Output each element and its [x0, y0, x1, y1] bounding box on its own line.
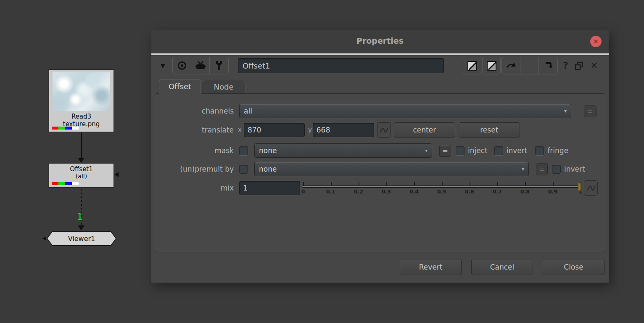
mask-enable-checkbox[interactable]: [239, 146, 248, 155]
undo-redo-group: [501, 57, 558, 74]
window-close-button[interactable]: ✕: [590, 36, 602, 47]
mask-dropdown[interactable]: none ▾: [254, 143, 432, 158]
tick-label: 0.5: [437, 188, 446, 195]
chevron-down-icon: ▾: [522, 166, 524, 172]
revert-button[interactable]: Revert: [400, 259, 462, 275]
offset1-name: Offset1: [49, 165, 113, 173]
viewer1-input-arrow-icon: [42, 236, 46, 241]
mix-slider[interactable]: 0 0.1 0.2 0.3 0.4 0.5 0.6 0.7 0.8 0.9 1: [303, 181, 581, 195]
mask-value: none: [259, 146, 277, 155]
translate-x-input[interactable]: [244, 123, 305, 137]
read3-channel-strip: [52, 127, 79, 130]
wrench-icon: [214, 60, 224, 71]
redo-button[interactable]: [539, 57, 557, 74]
node-offset1[interactable]: Offset1 (all): [48, 163, 114, 188]
chevron-down-icon: ▾: [425, 148, 428, 154]
mask-label: mask: [155, 146, 234, 155]
offset1-mask-input-arrow-icon[interactable]: [114, 172, 119, 177]
properties-panel: Properties ✕ ▼: [151, 30, 609, 283]
undo-arrow-icon: [506, 61, 517, 70]
translate-y-input[interactable]: [313, 123, 374, 137]
mask-invert-label: invert: [507, 146, 528, 155]
offset1-channel-strip: [52, 182, 79, 185]
channel-red-swatch: [52, 182, 58, 185]
premult-value: none: [259, 165, 277, 173]
center-view-button[interactable]: [173, 57, 191, 74]
node-menu-button[interactable]: ▼: [157, 62, 172, 69]
titlebar-separator: [151, 53, 609, 56]
dropdown-triangle-icon: ▼: [161, 62, 165, 69]
tick-label: 0.8: [520, 188, 530, 195]
equals-icon: =: [442, 147, 448, 155]
undo-button[interactable]: [502, 57, 520, 74]
center-button[interactable]: center: [394, 122, 455, 138]
slider-handle[interactable]: [578, 183, 581, 191]
channel-red-swatch: [52, 127, 58, 130]
target-circle-icon: [178, 61, 186, 70]
equals-icon: =: [539, 165, 544, 173]
float-panel-button[interactable]: [575, 61, 583, 70]
chevron-down-icon: ▾: [564, 108, 567, 114]
connection-read3-offset1: [81, 132, 82, 159]
channel-mask-button-1[interactable]: [463, 57, 481, 74]
mask-equals-button[interactable]: =: [439, 145, 451, 157]
translate-label: translate: [155, 126, 234, 134]
premult-invert-checkbox[interactable]: [552, 165, 561, 174]
viewer1-body: Viewer1: [48, 232, 116, 245]
x-close-icon: ✕: [590, 61, 598, 71]
tab-offset[interactable]: Offset: [159, 79, 201, 94]
premult-enable-checkbox[interactable]: [239, 165, 248, 174]
restore-window-icon: [575, 62, 582, 69]
inject-label: inject: [468, 146, 488, 155]
connection-arrowhead-icon: [78, 158, 84, 163]
node-name-input[interactable]: [238, 58, 444, 73]
channels-row: channels all ▾ =: [155, 104, 605, 118]
equals-icon: =: [587, 107, 593, 115]
tick-label: 0.2: [354, 188, 363, 195]
reset-button[interactable]: reset: [459, 122, 520, 138]
mix-input[interactable]: [239, 181, 300, 195]
close-button[interactable]: Close: [543, 259, 604, 275]
translate-animation-button[interactable]: [377, 122, 391, 138]
channels-value: all: [244, 107, 252, 115]
cancel-button[interactable]: Cancel: [471, 259, 533, 275]
channels-dropdown[interactable]: all ▾: [239, 104, 571, 118]
node-settings-button[interactable]: [210, 57, 228, 74]
properties-titlebar[interactable]: Properties ✕: [151, 30, 609, 53]
window-title: Properties: [151, 36, 609, 45]
translate-y-label: y: [308, 126, 312, 134]
translate-row: translate x y center reset: [155, 122, 605, 138]
redo-arrow-icon: [543, 61, 553, 71]
history-blank-button[interactable]: [520, 57, 539, 74]
channel-blue-swatch: [65, 127, 72, 130]
mask-row: mask none ▾ = inject invert fringe: [155, 143, 605, 158]
channel-blue-swatch: [65, 182, 72, 185]
help-button[interactable]: ?: [563, 61, 568, 71]
read3-thumbnail: [53, 72, 110, 111]
no-channel-icon: [487, 61, 496, 71]
premult-invert-label: invert: [564, 165, 585, 173]
tab-node[interactable]: Node: [202, 80, 245, 94]
channel-mask-button-2[interactable]: [482, 57, 501, 74]
tv-icon: [195, 61, 206, 71]
node-viewer1[interactable]: Viewer1: [47, 231, 116, 246]
channel-alpha-swatch: [72, 127, 79, 130]
close-panel-button[interactable]: ✕: [590, 61, 598, 71]
mix-animation-button[interactable]: [584, 180, 598, 196]
nuke-workspace: Read3 texture.png Offset1 (all) 1 Viewer…: [0, 0, 644, 323]
viewer-input-number: 1: [77, 212, 82, 222]
premult-equals-button[interactable]: =: [536, 163, 548, 175]
question-mark-icon: ?: [563, 61, 568, 71]
fringe-checkbox[interactable]: [535, 146, 544, 155]
mix-row: mix 0 0.1 0.2 0.3 0.4 0.5 0.6 0.7 0.8 0.…: [155, 180, 605, 196]
node-read3[interactable]: Read3 texture.png: [48, 69, 114, 132]
channels-label: channels: [155, 107, 234, 115]
inject-checkbox[interactable]: [456, 146, 465, 155]
mix-label: mix: [155, 184, 234, 192]
monitor-output-button[interactable]: [191, 57, 210, 74]
connection-arrowhead-icon: [78, 225, 84, 230]
channels-equals-button[interactable]: =: [584, 105, 596, 117]
mask-invert-checkbox[interactable]: [494, 146, 503, 155]
tick-label: 0.7: [493, 188, 502, 195]
premult-dropdown[interactable]: none ▾: [254, 162, 529, 176]
